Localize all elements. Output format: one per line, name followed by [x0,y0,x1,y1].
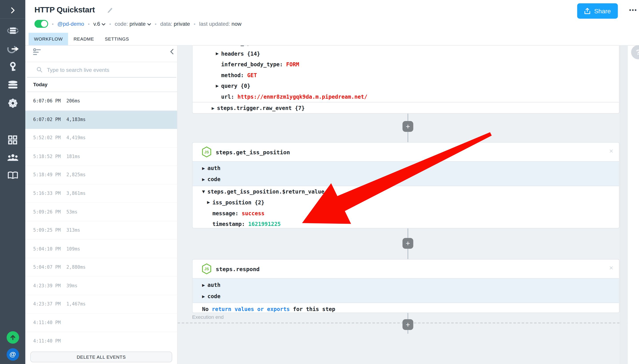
close-step-icon[interactable]: × [609,264,613,272]
code-tree-row[interactable]: ▶ code [193,174,619,185]
dot-separator: • [88,21,90,26]
code-tree-row[interactable]: ▶ auth [193,162,619,174]
code-key: message: [213,210,238,216]
code-tree-row[interactable]: url: https://enmr8zm1ygqk9da.m.pipedream… [193,91,619,102]
version-dropdown[interactable]: v.6 [93,21,106,27]
event-list-item[interactable]: 5:04:10 PM 109ms [25,240,177,258]
last-updated: last updated: now [199,21,242,27]
code-tree-row[interactable]: client_ip: 73.71.233.93 [193,46,619,48]
code-tree-row[interactable]: message: success [193,208,619,218]
event-time: 5:18:52 PM [33,154,67,159]
expand-arrow-icon[interactable]: ▶ [202,177,207,181]
expand-arrow-icon[interactable]: ▶ [207,200,212,204]
edit-title-pencil-icon[interactable] [107,7,113,13]
event-list-item[interactable]: 4:11:40 PM [25,332,177,349]
event-list-item[interactable]: 5:18:52 PM 181ms [25,148,177,166]
account-link[interactable]: @pd-demo [57,21,84,27]
event-duration: 313ms [66,228,80,233]
event-list-sidebar: Today 6:07:06 PM 206ms 6:07:02 PM 4,183m… [25,46,177,364]
expand-arrow-icon[interactable]: ▶ [216,84,221,88]
event-list-item[interactable]: 5:18:49 PM 2,825ms [25,166,177,184]
event-time: 6:07:06 PM [33,98,67,104]
expand-arrow-icon[interactable]: ▶ [202,294,207,298]
tab-label: README [74,36,94,42]
share-icon [584,8,590,14]
execution-end-label: Execution end [192,314,224,320]
code-tree-row[interactable]: inferred_body_type: FORM [193,59,619,70]
code-tree-row[interactable]: ▼ steps.get_iss_position.$return_value [193,186,619,197]
event-sources-icon[interactable] [0,43,25,55]
collapse-sidebar-chevron-icon[interactable] [170,48,174,56]
event-duration: 53ms [66,209,77,214]
code-key: url: [221,94,234,100]
event-list-item[interactable]: 5:16:33 PM 3,861ms [25,184,177,203]
dot-separator: • [109,21,111,26]
close-step-icon[interactable]: × [609,148,613,155]
account-avatar-icon[interactable]: @ [0,348,25,361]
search-input[interactable] [46,66,176,73]
event-list-item[interactable]: 5:04:07 PM 2,880ms [25,258,177,277]
community-icon[interactable] [0,152,25,164]
code-value: 1621991225 [248,221,281,227]
delete-all-events-button[interactable]: DELETE ALL EVENTS [30,352,172,362]
dot-separator: • [194,21,195,26]
expand-arrow-icon[interactable]: ▼ [202,190,207,194]
event-list-item[interactable]: 4:23:37 PM 1,467ms [25,295,177,314]
raw-event-row[interactable]: ▶ steps.trigger.raw_event {7} [193,102,619,114]
data-stores-icon[interactable] [0,79,25,91]
event-list-item[interactable]: 4:23:39 PM 39ms [25,277,177,295]
code-tree-row[interactable]: ▶ auth [193,279,619,290]
nodejs-icon: JS [202,146,212,158]
return-values-link[interactable]: return values or exports [212,306,290,312]
code-tree-row[interactable]: ▶ query {0} [193,80,619,91]
code-tree-row[interactable]: ▶ iss_position {2} [193,197,619,208]
event-list-item[interactable]: 5:09:25 PM 313ms [25,221,177,240]
more-options-button[interactable]: ••• [629,7,637,13]
canvas-scrollbar[interactable] [620,46,628,364]
active-toggle[interactable] [34,20,48,28]
add-step-button[interactable]: + [403,238,413,249]
event-list: 6:07:06 PM 206ms 6:07:02 PM 4,183ms 5:52… [25,92,177,349]
code-value: success [242,210,264,216]
code-value: https://enmr8zm1ygqk9da.m.pipedream.net/ [237,94,367,100]
share-button[interactable]: Share [577,3,618,18]
code-visibility-dropdown[interactable]: code: private [115,21,151,27]
expand-arrow-icon[interactable]: ▶ [202,283,207,287]
event-duration: 206ms [66,98,80,104]
chevron-down-icon [102,21,106,27]
add-step-button[interactable]: + [403,319,413,330]
code-tree-row[interactable]: ▶ headers {14} [193,48,619,59]
keys-icon[interactable] [0,61,25,74]
data-visibility: data: private [160,21,190,27]
add-step-button[interactable]: + [403,121,413,132]
step-title: steps.get_iss_position [216,148,290,155]
upgrade-icon[interactable] [0,331,25,344]
code-tree-row[interactable]: timestamp: 1621991225 [193,218,619,230]
event-time: 4:23:37 PM [33,302,67,307]
help-button[interactable]: ? [631,45,639,60]
event-list-item[interactable]: 6:07:06 PM 206ms [25,92,177,110]
expand-arrow-icon[interactable]: ▶ [202,166,207,170]
apps-grid-icon[interactable] [0,134,25,146]
code-key: query {0} [221,83,250,89]
workflow-canvas: client_ip: 73.71.233.93 ▶ headers {14} i… [177,46,628,364]
tab-bar: WORKFLOWREADMESETTINGS [25,33,639,46]
code-key: steps.get_iss_position.$return_value [207,188,325,195]
tab[interactable]: README [68,33,99,45]
tab[interactable]: WORKFLOW [29,33,68,45]
expand-rail-chevron-icon[interactable] [0,4,25,17]
event-list-item[interactable]: 6:07:02 PM 4,183ms [25,110,177,129]
page-title: HTTP Quickstart [34,5,95,14]
event-list-item[interactable]: 4:11:40 PM [25,314,177,332]
expand-arrow-icon[interactable]: ▶ [212,106,217,110]
event-list-item[interactable]: 5:52:02 PM 4,419ms [25,129,177,148]
event-list-item[interactable]: 5:09:26 PM 53ms [25,203,177,221]
filter-icon[interactable] [33,48,41,57]
tab[interactable]: SETTINGS [99,33,134,45]
code-tree-row[interactable]: method: GET [193,70,619,80]
code-tree-row[interactable]: ▶ code [193,290,619,302]
docs-book-icon[interactable] [0,169,25,182]
workflows-icon[interactable] [0,24,25,37]
expand-arrow-icon[interactable]: ▶ [216,52,221,56]
settings-gear-icon[interactable] [0,97,25,110]
